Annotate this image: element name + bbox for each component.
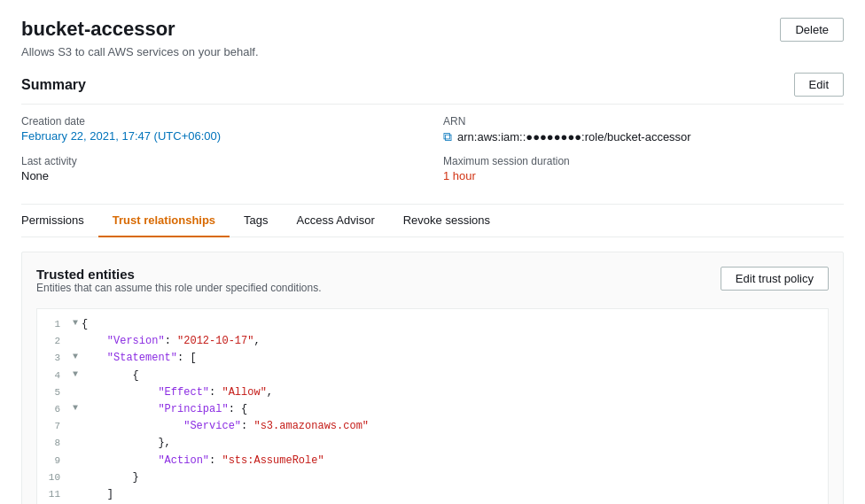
- line-number: 2: [37, 333, 69, 350]
- line-number: 6: [37, 401, 69, 418]
- line-expand-icon: [69, 418, 82, 435]
- last-activity-item: Last activity None: [21, 155, 422, 182]
- line-content: {: [82, 368, 828, 384]
- summary-header: Summary Edit: [21, 73, 844, 105]
- creation-date-item: Creation date February 22, 2021, 17:47 (…: [21, 115, 422, 144]
- tab-access-advisor[interactable]: Access Advisor: [283, 205, 389, 237]
- code-line: 11 ]: [37, 486, 828, 503]
- delete-button[interactable]: Delete: [780, 18, 844, 42]
- code-line: 3▼ "Statement": [: [37, 350, 828, 367]
- max-session-value: 1 hour: [443, 169, 844, 182]
- line-content: ]: [82, 486, 828, 503]
- line-number: 3: [37, 350, 69, 367]
- line-expand-icon: [69, 333, 82, 350]
- line-expand-icon: [69, 453, 82, 469]
- trusted-entities-header: Trusted entities Entities that can assum…: [36, 267, 829, 305]
- code-line: 10 }: [37, 469, 828, 486]
- line-number: 10: [37, 469, 69, 486]
- code-block: 1▼{2 "Version": "2012-10-17",3▼ "Stateme…: [36, 308, 829, 504]
- header-row: bucket-accessor Delete: [21, 18, 844, 42]
- summary-section: Summary Edit Creation date February 22, …: [21, 73, 844, 197]
- last-activity-value: None: [21, 169, 422, 182]
- code-line: 6▼ "Principal": {: [37, 401, 828, 418]
- creation-date-label: Creation date: [21, 115, 422, 128]
- arn-item: ARN ⧉ arn:aws:iam::●●●●●●●●:role/bucket-…: [443, 115, 844, 144]
- line-number: 8: [37, 435, 69, 452]
- line-expand-icon[interactable]: ▼: [69, 368, 82, 384]
- arn-value: arn:aws:iam::●●●●●●●●:role/bucket-access…: [457, 130, 691, 143]
- summary-title: Summary: [21, 77, 86, 93]
- trusted-entities-title-group: Trusted entities Entities that can assum…: [36, 267, 322, 305]
- tab-trust-relationships[interactable]: Trust relationships: [98, 205, 230, 237]
- line-number: 1: [37, 316, 69, 333]
- tab-permissions[interactable]: Permissions: [21, 205, 98, 237]
- line-content: "Principal": {: [82, 401, 828, 418]
- code-line: 4▼ {: [37, 368, 828, 384]
- line-number: 9: [37, 453, 69, 469]
- copy-icon[interactable]: ⧉: [443, 129, 452, 144]
- line-number: 4: [37, 368, 69, 384]
- creation-date-value: February 22, 2021, 17:47 (UTC+06:00): [21, 129, 422, 143]
- line-expand-icon[interactable]: ▼: [69, 316, 82, 333]
- role-subtitle: Allows S3 to call AWS services on your b…: [21, 45, 844, 58]
- line-content: }: [82, 469, 828, 486]
- code-line: 7 "Service": "s3.amazonaws.com": [37, 418, 828, 435]
- line-number: 7: [37, 418, 69, 435]
- code-line: 2 "Version": "2012-10-17",: [37, 333, 828, 350]
- line-expand-icon: [69, 469, 82, 486]
- code-line: 8 },: [37, 435, 828, 452]
- last-activity-label: Last activity: [21, 155, 422, 167]
- line-content: "Effect": "Allow",: [82, 384, 828, 401]
- code-line: 9 "Action": "sts:AssumeRole": [37, 453, 828, 469]
- line-expand-icon: [69, 486, 82, 503]
- summary-grid: Creation date February 22, 2021, 17:47 (…: [21, 115, 844, 197]
- arn-label: ARN: [443, 115, 844, 128]
- line-expand-icon[interactable]: ▼: [69, 401, 82, 418]
- line-expand-icon[interactable]: ▼: [69, 350, 82, 367]
- max-session-label: Maximum session duration: [443, 155, 844, 167]
- code-line: 1▼{: [37, 316, 828, 333]
- line-expand-icon: [69, 384, 82, 401]
- line-content: "Statement": [: [82, 350, 828, 367]
- line-number: 5: [37, 384, 69, 401]
- edit-trust-policy-button[interactable]: Edit trust policy: [721, 267, 829, 291]
- main-page: bucket-accessor Delete Allows S3 to call…: [0, 0, 865, 504]
- line-content: "Service": "s3.amazonaws.com": [82, 418, 828, 435]
- arn-row: ⧉ arn:aws:iam::●●●●●●●●:role/bucket-acce…: [443, 129, 844, 144]
- tab-tags[interactable]: Tags: [230, 205, 282, 237]
- line-content: "Action": "sts:AssumeRole": [82, 453, 828, 469]
- line-number: 11: [37, 486, 69, 503]
- tab-revoke-sessions[interactable]: Revoke sessions: [389, 205, 504, 237]
- role-title: bucket-accessor: [21, 18, 175, 41]
- line-expand-icon: [69, 435, 82, 452]
- tabs: Permissions Trust relationships Tags Acc…: [21, 205, 844, 237]
- code-line: 5 "Effect": "Allow",: [37, 384, 828, 401]
- line-content: "Version": "2012-10-17",: [82, 333, 828, 350]
- line-content: {: [82, 316, 828, 333]
- edit-button[interactable]: Edit: [794, 73, 844, 97]
- trusted-entities-subtitle: Entities that can assume this role under…: [36, 282, 322, 294]
- trusted-entities-title: Trusted entities: [36, 267, 322, 282]
- line-content: },: [82, 435, 828, 452]
- trusted-entities-section: Trusted entities Entities that can assum…: [21, 252, 844, 504]
- max-session-item: Maximum session duration 1 hour: [443, 155, 844, 182]
